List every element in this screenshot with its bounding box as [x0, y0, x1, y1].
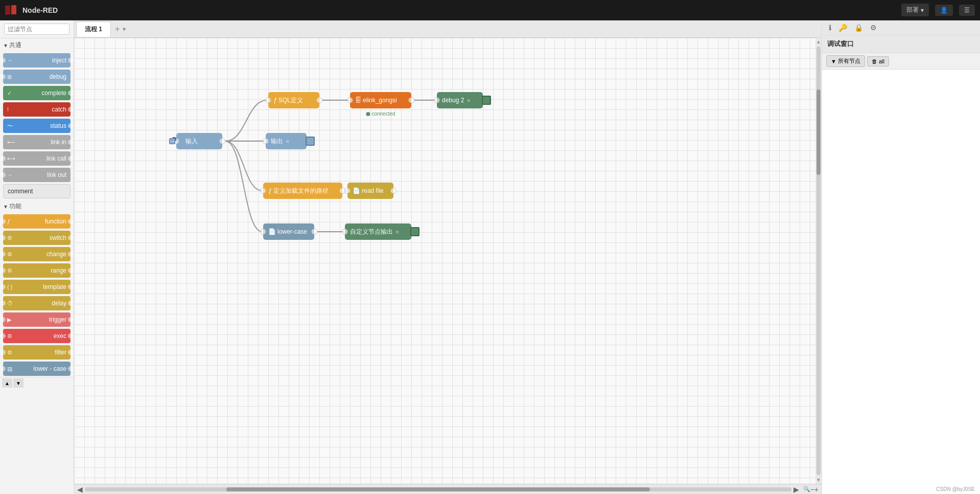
clear-all-button[interactable]: 🗑 all — [867, 56, 889, 66]
flow-node-output[interactable]: 输出 ≡ — [266, 133, 307, 149]
node-delay[interactable]: ⏱ delay — [3, 296, 71, 310]
scrollbar-thumb — [226, 487, 650, 491]
filter-icon: ▼ — [831, 58, 836, 64]
node-debug[interactable]: ⊞ debug — [3, 70, 71, 84]
zoom-out-button[interactable]: − — [810, 485, 814, 493]
debug-output-indicator — [482, 96, 491, 105]
logo: Node-RED — [5, 5, 58, 16]
range-icon: ⚙ — [7, 267, 12, 274]
complete-icon: ✓ — [7, 90, 12, 97]
search-icon[interactable]: 🔍 — [803, 486, 810, 492]
right-panel-header: 调试窗口 — [822, 35, 980, 53]
node-change[interactable]: ⚙ change — [3, 247, 71, 261]
port-right — [68, 333, 73, 339]
deploy-button[interactable]: 部署 ▾ — [901, 4, 929, 16]
inject-icon: → — [7, 57, 13, 63]
scroll-up-button[interactable]: ▲ — [2, 378, 12, 388]
output-indicator — [410, 227, 419, 236]
node-switch[interactable]: ⚙ switch — [3, 231, 71, 245]
right-panel-toolbar: ▼ 所有节点 🗑 all — [822, 53, 980, 70]
port-left — [1, 58, 6, 63]
category-common[interactable]: ▾ 共通 — [0, 38, 74, 52]
node-complete[interactable]: ✓ complete — [3, 86, 71, 100]
search-input[interactable] — [4, 24, 69, 35]
port-left — [1, 333, 6, 339]
port-right — [219, 138, 225, 144]
flow-node-input[interactable]: → 输入 — [176, 133, 222, 149]
port-left — [1, 156, 6, 161]
node-comment[interactable]: comment — [3, 184, 71, 198]
user-button[interactable]: 👤 — [935, 5, 953, 16]
scroll-down-button[interactable]: ▼ — [13, 378, 24, 388]
flow-node-sql[interactable]: ƒ SQL定义 — [268, 92, 319, 108]
tab-chevron-button[interactable]: ▾ — [123, 26, 126, 33]
port-right — [68, 284, 73, 289]
chevron-down-icon: ▾ — [4, 203, 7, 210]
topbar: Node-RED 部署 ▾ 👤 ☰ — [0, 0, 980, 20]
node-link-out[interactable]: → link out — [3, 168, 71, 182]
scroll-right-button[interactable]: ▶ — [794, 485, 799, 493]
flow-canvas[interactable]: → 输入 ƒ SQL定义 🗄 elink_gongsi connected — [74, 38, 822, 484]
node-exec[interactable]: ⚙ exec — [3, 329, 71, 343]
right-panel: ℹ 🔑 🔒 ⚙ 调试窗口 ▼ 所有节点 🗑 all — [822, 20, 980, 494]
scroll-down-button[interactable]: ▼ — [815, 476, 822, 484]
node-lower-case[interactable]: ▤ lower - case — [3, 362, 71, 376]
flow-node-path[interactable]: ƒ 定义加载文件的路径 — [263, 183, 342, 199]
node-range[interactable]: ⚙ range — [3, 263, 71, 278]
main-layout: ▾ 共通 → inject ⊞ debug ✓ complete ! catch… — [0, 20, 980, 494]
port-right — [68, 301, 73, 306]
node-status[interactable]: 〜 status — [3, 119, 71, 133]
scroll-left-button[interactable]: ◀ — [77, 485, 83, 493]
port-left — [1, 350, 6, 355]
catch-icon: ! — [7, 106, 9, 113]
flow-node-readfile[interactable]: 📄 read file — [347, 183, 393, 199]
flow-node-customout[interactable]: 自定义节点输出 ≡ — [345, 223, 411, 240]
lock-icon-button[interactable]: 🔒 — [852, 23, 866, 33]
category-function[interactable]: ▾ 功能 — [0, 199, 74, 213]
right-panel-icon-bar: ℹ 🔑 🔒 ⚙ — [822, 20, 980, 35]
key-icon-button[interactable]: 🔑 — [836, 23, 850, 33]
menu-button[interactable]: ☰ — [959, 5, 975, 16]
trigger-icon: ▶ — [7, 317, 11, 323]
lower-case-icon: ▤ — [7, 366, 12, 372]
info-icon-button[interactable]: ℹ — [826, 23, 834, 33]
port-right — [68, 219, 73, 224]
tabs-bar: 流程 1 + ▾ — [74, 20, 822, 38]
link-out-icon: → — [7, 172, 13, 178]
debug-icon: ⊞ — [7, 74, 12, 80]
settings-icon-button[interactable]: ⚙ — [868, 23, 879, 33]
node-inject[interactable]: → inject — [3, 53, 71, 68]
node-function[interactable]: ƒ function — [3, 214, 71, 229]
port-left-arrow: → — [169, 138, 175, 144]
topbar-left: Node-RED — [5, 5, 58, 16]
port-right — [68, 252, 73, 257]
port-left — [1, 301, 6, 306]
link-call-icon: ⟷ — [7, 155, 15, 162]
scroll-up-button[interactable]: ▲ — [815, 38, 822, 46]
tab-flow1[interactable]: 流程 1 — [76, 21, 111, 37]
flow-node-lowercase[interactable]: 📄 lower-case — [263, 223, 314, 240]
port-right — [68, 317, 73, 322]
node-link-call[interactable]: ⟷ link call — [3, 151, 71, 166]
port-left — [1, 172, 6, 177]
node-filter[interactable]: ⚙ filter — [3, 345, 71, 360]
flow-node-elink[interactable]: 🗄 elink_gongsi connected — [350, 92, 411, 108]
node-trigger[interactable]: ▶ trigger — [3, 312, 71, 327]
port-right — [68, 268, 73, 273]
flow-node-debug2[interactable]: debug 2 ≡ — [437, 92, 483, 108]
port-right — [68, 350, 73, 355]
function-icon: ƒ — [7, 218, 10, 224]
watermark: CSDN @byJ0SE — [936, 486, 975, 492]
node-catch[interactable]: ! catch — [3, 102, 71, 117]
menu-icon: ≡ — [286, 139, 289, 144]
trash-icon: 🗑 — [872, 58, 877, 64]
canvas-scrollbar: ▲ ▼ — [815, 38, 822, 484]
zoom-in-button[interactable]: + — [814, 485, 819, 493]
node-link-in[interactable]: ⟵ link in — [3, 135, 71, 149]
node-template[interactable]: { } template — [3, 280, 71, 294]
scroll-thumb — [816, 89, 821, 175]
add-tab-button[interactable]: + — [112, 25, 123, 34]
output-indicator — [306, 137, 315, 146]
filter-nodes-button[interactable]: ▼ 所有节点 — [826, 55, 865, 67]
topbar-right: 部署 ▾ 👤 ☰ — [901, 4, 975, 16]
